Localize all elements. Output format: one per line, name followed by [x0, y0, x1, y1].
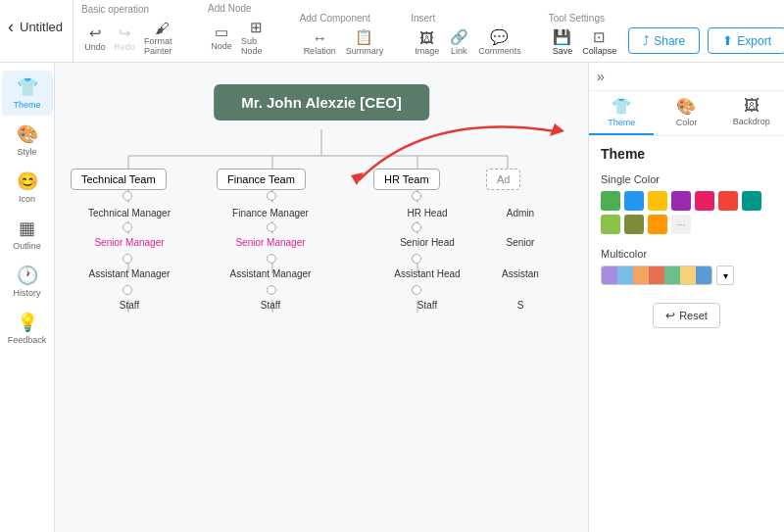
link-button[interactable]: 🔗 Link — [445, 26, 472, 58]
sidebar-content: Theme Single Color ··· Multicolor — [589, 136, 784, 532]
icon-icon: 😊 — [17, 170, 38, 192]
sub-node-label: Sub Node — [241, 36, 272, 56]
technical-team-label: Technical Team — [81, 173, 156, 185]
tab-backdrop-label: Backdrop — [733, 117, 770, 126]
tab-color-label: Color — [676, 118, 698, 127]
color-swatch-green[interactable] — [601, 191, 620, 211]
color-swatch-pink[interactable] — [695, 191, 714, 211]
multicolor-strip[interactable] — [601, 266, 712, 285]
admin-text: Admin — [481, 208, 560, 218]
toolbar: ‹ Untitled Basic operation ↩ Undo ↪ Redo… — [0, 0, 784, 63]
tool-settings-group: Tool Settings 💾 Save ⊡ Collapse — [541, 0, 629, 62]
share-button[interactable]: ⤴ Share — [628, 27, 700, 54]
color-swatch-purple[interactable] — [671, 191, 691, 211]
insert-label: Insert — [411, 13, 525, 24]
image-button[interactable]: 🖼 Image — [411, 27, 443, 58]
svg-marker-19 — [351, 172, 364, 185]
hr-team-box[interactable]: HR Team — [373, 169, 440, 190]
tab-color-icon: 🎨 — [676, 97, 696, 116]
collapse-label: Collapse — [582, 46, 616, 56]
conn-circle-4 — [122, 222, 132, 232]
outline-icon: ▦ — [19, 218, 35, 239]
tab-backdrop[interactable]: 🖼 Backdrop — [719, 91, 784, 135]
format-painter-icon: 🖌 — [155, 20, 170, 36]
color-swatch-blue[interactable] — [624, 191, 644, 211]
conn-circle-3 — [412, 191, 421, 201]
add-box[interactable]: Ad — [486, 169, 520, 190]
staff-3-text: Staff — [368, 300, 486, 311]
export-button[interactable]: ⬆ Export — [708, 27, 784, 54]
color-swatch-red[interactable] — [718, 191, 738, 211]
color-swatch-lightgreen[interactable] — [601, 215, 620, 234]
tab-theme[interactable]: 👕 Theme — [589, 91, 654, 135]
sidebar-toggle-row: » — [589, 63, 784, 91]
save-icon: 💾 — [553, 28, 571, 46]
assistant-manager-1-text: Assistant Manager — [71, 268, 188, 279]
summary-button[interactable]: 📋 Summary — [342, 26, 388, 58]
feedback-icon: 💡 — [17, 312, 38, 333]
left-icon-icon[interactable]: 😊 Icon — [2, 165, 53, 210]
comments-button[interactable]: 💬 Comments — [474, 26, 525, 58]
tab-color[interactable]: 🎨 Color — [654, 91, 718, 135]
left-icon-history[interactable]: 🕐 History — [2, 259, 53, 304]
node-button[interactable]: ▭ Node — [208, 22, 235, 53]
conn-circle-2 — [267, 191, 276, 201]
reset-button[interactable]: ↩ Reset — [653, 303, 720, 328]
left-icon-style[interactable]: 🎨 Style — [2, 118, 53, 163]
org-lines-svg — [55, 63, 588, 532]
format-painter-button[interactable]: 🖌 Format Painter — [140, 18, 184, 58]
right-sidebar: » 👕 Theme 🎨 Color 🖼 Backdrop Theme Singl… — [588, 63, 784, 532]
finance-team-label: Finance Team — [227, 173, 295, 185]
save-button[interactable]: 💾 Save — [549, 26, 577, 58]
multicolor-dropdown[interactable]: ▾ — [716, 266, 734, 285]
left-panel: 👕 Theme 🎨 Style 😊 Icon ▦ Outline 🕐 Histo… — [0, 63, 55, 532]
color-swatch-more[interactable]: ··· — [671, 215, 691, 234]
color-swatch-olive[interactable] — [624, 215, 644, 234]
sidebar-toggle-button[interactable]: » — [597, 69, 605, 84]
technical-team-box[interactable]: Technical Team — [71, 169, 167, 190]
comments-icon: 💬 — [490, 28, 509, 46]
back-title: ‹ Untitled — [8, 0, 74, 62]
conn-circle-6 — [412, 222, 421, 232]
color-swatch-yellow[interactable] — [648, 191, 667, 211]
reset-icon: ↩ — [665, 309, 675, 322]
toolbar-right: ⤴ Share ⬆ Export — [628, 27, 784, 62]
redo-icon: ↪ — [119, 24, 131, 42]
page-title: Untitled — [20, 20, 63, 34]
ceo-box[interactable]: Mr. John Alexzie [CEO] — [214, 84, 429, 121]
comments-label: Comments — [478, 46, 521, 56]
assistant-manager-2-text: Assistant Manager — [212, 268, 329, 279]
s-text: S — [481, 300, 560, 311]
left-icon-outline[interactable]: ▦ Outline — [2, 212, 53, 257]
tab-backdrop-icon: 🖼 — [744, 97, 760, 115]
finance-team-box[interactable]: Finance Team — [217, 169, 306, 190]
conn-circle-5 — [267, 222, 276, 232]
conn-circle-9 — [412, 254, 421, 264]
undo-button[interactable]: ↩ Undo — [81, 23, 109, 54]
export-label: Export — [737, 34, 771, 48]
assistan-text: Assistan — [481, 268, 560, 279]
feedback-icon-label: Feedback — [8, 335, 47, 345]
senior-head-text: Senior Head — [368, 237, 486, 248]
canvas[interactable]: Mr. John Alexzie [CEO] Technical Team Fi… — [55, 63, 588, 532]
color-swatch-orange[interactable] — [648, 215, 667, 234]
sidebar-title: Theme — [601, 146, 772, 162]
relation-button[interactable]: ↔ Relation — [300, 27, 340, 58]
color-swatch-teal[interactable] — [742, 191, 761, 211]
hr-head-text: HR Head — [368, 208, 486, 218]
collapse-icon: ⊡ — [593, 28, 606, 46]
link-label: Link — [451, 46, 467, 56]
conn-circle-12 — [412, 285, 421, 295]
add-component-label: Add Component — [300, 13, 388, 24]
sub-node-button[interactable]: ⊞ Sub Node — [237, 17, 276, 58]
svg-marker-18 — [550, 123, 564, 136]
left-icon-feedback[interactable]: 💡 Feedback — [2, 306, 53, 351]
sub-node-icon: ⊞ — [250, 19, 263, 36]
basic-operation-label: Basic operation — [81, 4, 184, 15]
node-label: Node — [211, 41, 232, 51]
redo-button[interactable]: ↪ Redo — [111, 23, 138, 54]
left-icon-theme[interactable]: 👕 Theme — [2, 71, 53, 116]
staff-1-text: Staff — [71, 300, 188, 311]
collapse-button[interactable]: ⊡ Collapse — [578, 26, 620, 58]
back-button[interactable]: ‹ — [8, 17, 14, 37]
